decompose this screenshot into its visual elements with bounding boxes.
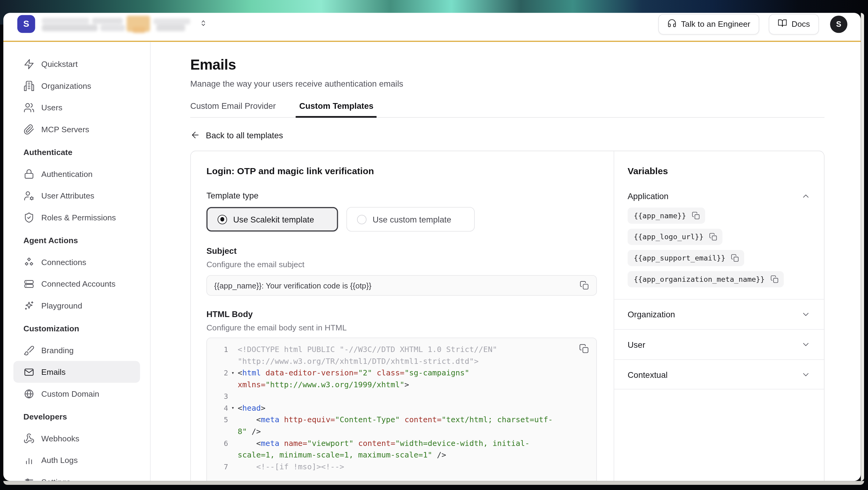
sidebar-item-connected-accounts[interactable]: Connected Accounts <box>13 273 140 295</box>
variable-chip[interactable]: {{app_name}} <box>628 208 705 224</box>
sidebar-item-authentication[interactable]: Authentication <box>13 163 140 185</box>
chevron-down-icon <box>801 340 811 349</box>
desktop-background: S Talk to an Engineer <box>0 0 868 490</box>
sidebar-item-organizations[interactable]: Organizations <box>13 75 140 97</box>
fold-gutter <box>228 437 238 461</box>
window-bottom-edge <box>3 481 864 485</box>
code-line: 3 <box>207 391 596 402</box>
workspace-name-redacted <box>42 15 193 33</box>
sidebar-item-playground[interactable]: Playground <box>13 295 140 316</box>
main-content: Emails Manage the way your users receive… <box>151 42 861 481</box>
lock-icon <box>23 168 35 179</box>
sidebar: Quickstart Organizations Users MCP Serve… <box>3 42 151 481</box>
template-editor-card: Login: OTP and magic link verification T… <box>190 151 825 481</box>
sidebar-item-user-attributes[interactable]: User Attributes <box>13 185 140 207</box>
copy-variable-button[interactable] <box>770 275 779 284</box>
html-code-editor[interactable]: 1<!DOCTYPE html PUBLIC "-//W3C//DTD XHTM… <box>206 337 597 481</box>
user-avatar[interactable]: S <box>830 15 847 33</box>
sidebar-item-connections[interactable]: Connections <box>13 251 140 273</box>
line-number: 2 <box>207 367 228 391</box>
code-line: 4▾<head> <box>207 402 596 414</box>
subject-field-wrap <box>206 275 597 296</box>
accordion-user[interactable]: User <box>614 329 824 359</box>
cubes-icon <box>23 256 35 268</box>
template-title: Login: OTP and magic link verification <box>206 166 597 176</box>
accordion-organization[interactable]: Organization <box>614 299 824 329</box>
app-logo: S <box>17 15 35 33</box>
sidebar-item-settings[interactable]: Settings <box>13 471 140 481</box>
sidebar-item-webhooks[interactable]: Webhooks <box>13 427 140 449</box>
fold-gutter <box>228 344 238 367</box>
code-line: 5 <meta http-equiv="Content-Type" conten… <box>207 414 596 437</box>
line-number: 3 <box>207 391 228 402</box>
template-editor-pane: Login: OTP and magic link verification T… <box>191 151 614 481</box>
subject-input[interactable] <box>214 281 580 290</box>
bar-chart-icon <box>23 454 35 466</box>
option-use-custom-template[interactable]: Use custom template <box>346 207 475 232</box>
chevron-up-down-icon <box>199 19 208 29</box>
workspace-switcher[interactable] <box>42 15 208 33</box>
html-body-label: HTML Body <box>206 309 597 318</box>
chevron-down-icon <box>801 310 811 319</box>
paperclip-icon <box>23 124 35 135</box>
accordion-application[interactable]: Application <box>614 176 824 201</box>
variable-chip[interactable]: {{app_logo_url}} <box>628 229 722 245</box>
copy-variable-button[interactable] <box>709 233 718 241</box>
copy-subject-button[interactable] <box>580 281 589 290</box>
subject-description: Configure the email subject <box>206 260 597 269</box>
sidebar-item-mcp-servers[interactable]: MCP Servers <box>13 118 140 140</box>
sparkles-icon <box>23 300 35 311</box>
line-number: 1 <box>207 344 228 367</box>
line-number: 4 <box>207 402 228 414</box>
globe-icon <box>23 388 35 399</box>
code-lines: 1<!DOCTYPE html PUBLIC "-//W3C//DTD XHTM… <box>207 344 596 473</box>
copy-variable-button[interactable] <box>692 212 700 220</box>
radio-selected-icon <box>218 215 227 224</box>
tab-custom-templates[interactable]: Custom Templates <box>299 101 374 117</box>
sidebar-item-custom-domain[interactable]: Custom Domain <box>13 383 140 405</box>
sidebar-section-authenticate: Authenticate <box>11 141 143 163</box>
chevron-down-icon <box>801 370 811 379</box>
sidebar-item-users[interactable]: Users <box>13 97 140 119</box>
code-line: 2▾<html data-editor-version="2" class="s… <box>207 367 596 391</box>
line-number: 6 <box>207 437 228 461</box>
fold-gutter <box>228 391 238 402</box>
code-line: 7 <!--[if !mso]><!--> <box>207 461 596 473</box>
copy-variable-button[interactable] <box>731 254 739 262</box>
subject-label: Subject <box>206 246 597 255</box>
mail-icon <box>23 366 35 377</box>
talk-to-engineer-button[interactable]: Talk to an Engineer <box>658 14 759 34</box>
variable-chip[interactable]: {{app_organization_meta_name}} <box>628 271 784 287</box>
option-use-scalekit-template[interactable]: Use Scalekit template <box>206 207 338 232</box>
tab-custom-email-provider[interactable]: Custom Email Provider <box>190 101 276 117</box>
fold-gutter <box>228 414 238 437</box>
server-stack-icon <box>23 278 35 289</box>
tab-bar: Custom Email Provider Custom Templates <box>190 101 825 118</box>
fold-arrow-icon[interactable]: ▾ <box>228 402 238 414</box>
window-scrollbar-gutter[interactable] <box>861 13 864 481</box>
sidebar-item-quickstart[interactable]: Quickstart <box>13 53 140 75</box>
template-type-options: Use Scalekit template Use custom templat… <box>206 207 597 232</box>
back-to-templates-link[interactable]: Back to all templates <box>190 130 825 140</box>
fold-arrow-icon[interactable]: ▾ <box>228 367 238 391</box>
sidebar-item-roles-permissions[interactable]: Roles & Permissions <box>13 206 140 228</box>
accordion-contextual[interactable]: Contextual <box>614 359 824 389</box>
shield-check-icon <box>23 212 35 223</box>
code-line: 1<!DOCTYPE html PUBLIC "-//W3C//DTD XHTM… <box>207 344 596 367</box>
user-gear-icon <box>23 190 35 201</box>
arrow-left-icon <box>190 130 200 140</box>
fold-gutter <box>228 461 238 473</box>
page-subtitle: Manage the way your users receive authen… <box>190 79 825 88</box>
docs-button[interactable]: Docs <box>769 14 819 34</box>
variable-chip[interactable]: {{app_support_email}} <box>628 250 744 266</box>
lightning-icon <box>23 58 35 70</box>
topbar: S Talk to an Engineer <box>3 13 861 42</box>
code-line: 6 <meta name="viewport" content="width=d… <box>207 437 596 461</box>
sidebar-item-auth-logs[interactable]: Auth Logs <box>13 449 140 471</box>
sidebar-item-emails[interactable]: Emails <box>13 361 140 383</box>
sliders-icon <box>23 476 35 481</box>
book-open-icon <box>778 19 787 30</box>
sidebar-section-agent-actions: Agent Actions <box>11 229 143 251</box>
sidebar-item-branding[interactable]: Branding <box>13 339 140 361</box>
copy-code-button[interactable] <box>579 344 589 354</box>
